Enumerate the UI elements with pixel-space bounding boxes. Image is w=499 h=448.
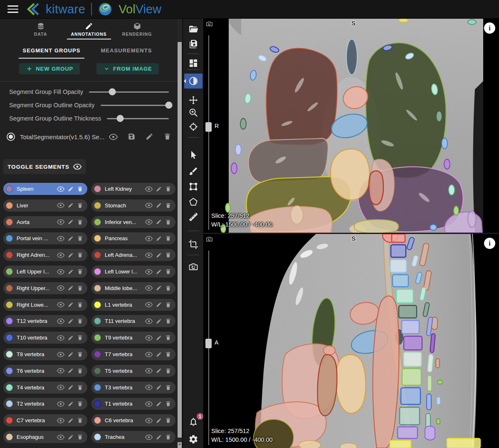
pencil-icon[interactable] — [68, 384, 74, 390]
segment-chip[interactable]: T10 vertebra — [3, 332, 87, 344]
info-icon[interactable]: i — [484, 238, 495, 249]
eye-icon[interactable] — [57, 235, 64, 242]
eye-icon[interactable] — [57, 400, 64, 408]
trash-icon[interactable] — [77, 285, 83, 291]
eye-icon[interactable] — [57, 433, 64, 441]
trash-icon[interactable] — [165, 202, 171, 209]
pan-tool[interactable] — [188, 95, 198, 105]
pencil-icon[interactable] — [156, 219, 162, 225]
trash-icon[interactable] — [165, 318, 171, 324]
segment-chip[interactable]: Left Adrena... — [91, 249, 175, 261]
eye-icon[interactable] — [145, 251, 153, 259]
segment-chip[interactable]: L1 vertebra — [91, 299, 175, 311]
fill-opacity-slider[interactable] — [89, 91, 169, 93]
eye-icon[interactable] — [109, 133, 118, 141]
eye-icon[interactable] — [145, 301, 153, 308]
pencil-icon[interactable] — [156, 401, 162, 407]
segment-chip[interactable]: Left Kidney — [91, 183, 175, 195]
scrollbar-down-arrow[interactable] — [178, 442, 182, 448]
pencil-icon[interactable] — [68, 352, 74, 357]
trash-icon[interactable] — [77, 219, 83, 225]
eye-icon[interactable] — [145, 284, 153, 292]
segment-chip[interactable]: T7 vertebra — [91, 348, 175, 360]
trash-icon[interactable] — [77, 318, 83, 324]
slice-slider-thumb[interactable] — [205, 122, 212, 132]
trash-icon[interactable] — [77, 335, 83, 341]
eye-icon[interactable] — [145, 235, 153, 242]
trash-icon[interactable] — [77, 417, 83, 423]
trash-icon[interactable] — [165, 417, 171, 423]
eye-icon[interactable] — [145, 218, 153, 226]
pencil-icon[interactable] — [68, 318, 74, 324]
tab-annotations[interactable]: ANNOTATIONS — [66, 19, 112, 39]
eye-icon[interactable] — [57, 251, 64, 259]
pencil-icon[interactable] — [156, 236, 162, 241]
tab-segment-groups[interactable]: SEGMENT GROUPS — [16, 44, 87, 58]
trash-icon[interactable] — [165, 401, 171, 407]
segment-chip[interactable]: T9 vertebra — [91, 332, 175, 344]
snapshot-tool[interactable] — [188, 262, 198, 272]
segment-chip[interactable]: Spleen — [3, 183, 87, 195]
reset-camera-icon[interactable] — [206, 20, 213, 27]
pencil-icon[interactable] — [68, 401, 74, 407]
zoom-tool[interactable] — [188, 108, 198, 118]
segment-chip[interactable]: T11 vertebra — [91, 315, 175, 327]
segment-chip[interactable]: Pancreas — [91, 232, 175, 244]
trash-icon[interactable] — [165, 434, 171, 440]
segment-chip[interactable]: T5 vertebra — [91, 365, 175, 377]
trash-icon[interactable] — [165, 235, 171, 241]
outline-thickness-slider[interactable] — [107, 118, 169, 119]
trash-icon[interactable] — [165, 384, 171, 391]
eye-icon[interactable] — [145, 384, 153, 391]
eye-icon[interactable] — [57, 301, 64, 308]
pencil-icon[interactable] — [156, 352, 162, 357]
rectangle-tool[interactable] — [188, 182, 198, 192]
window-level-tool[interactable] — [188, 76, 198, 86]
pencil-icon[interactable] — [68, 219, 74, 225]
trash-icon[interactable] — [77, 186, 83, 192]
trash-icon[interactable] — [77, 434, 83, 440]
eye-icon[interactable] — [145, 334, 153, 342]
eye-icon[interactable] — [145, 367, 153, 374]
pencil-icon[interactable] — [156, 285, 162, 291]
open-files-button[interactable] — [188, 24, 198, 34]
pencil-icon[interactable] — [68, 434, 74, 440]
trash-icon[interactable] — [165, 285, 171, 291]
segment-chip[interactable]: T4 vertebra — [3, 382, 87, 394]
pencil-icon[interactable] — [156, 202, 162, 208]
crop-tool[interactable] — [188, 239, 198, 249]
eye-icon[interactable] — [57, 384, 64, 391]
pencil-icon[interactable] — [68, 368, 74, 374]
segment-chip[interactable]: Right Adren... — [3, 249, 87, 261]
reset-camera-icon[interactable] — [206, 236, 213, 243]
segment-chip[interactable]: T3 vertebra — [91, 382, 175, 394]
new-group-button[interactable]: NEW GROUP — [19, 63, 80, 74]
eye-icon[interactable] — [57, 417, 64, 424]
notifications-button[interactable]: 1 — [188, 417, 198, 427]
segment-chip[interactable]: Aorta — [3, 216, 87, 228]
crosshairs-tool[interactable] — [188, 122, 198, 132]
trash-icon[interactable] — [165, 219, 171, 225]
segment-chip[interactable]: T1 vertebra — [91, 398, 175, 410]
pencil-icon[interactable] — [68, 285, 74, 291]
trash-icon[interactable] — [163, 133, 171, 140]
segment-chip[interactable]: C7 vertebra — [3, 414, 87, 426]
eye-icon[interactable] — [145, 202, 153, 209]
pencil-icon[interactable] — [156, 434, 162, 440]
ruler-tool[interactable] — [188, 212, 198, 222]
tab-measurements[interactable]: MEASUREMENTS — [91, 44, 162, 58]
tab-rendering[interactable]: RENDERING — [114, 19, 160, 39]
trash-icon[interactable] — [165, 368, 171, 374]
trash-icon[interactable] — [77, 268, 83, 275]
pencil-icon[interactable] — [146, 133, 153, 140]
pencil-icon[interactable] — [68, 202, 74, 208]
segment-chip[interactable]: Right Lowe... — [3, 299, 87, 311]
segment-chip[interactable]: T6 vertebra — [3, 365, 87, 377]
trash-icon[interactable] — [77, 368, 83, 374]
trash-icon[interactable] — [77, 235, 83, 241]
eye-icon[interactable] — [145, 268, 153, 276]
pencil-icon[interactable] — [156, 186, 162, 192]
eye-icon[interactable] — [57, 334, 64, 342]
pencil-icon[interactable] — [68, 186, 74, 192]
save-icon[interactable] — [128, 133, 136, 140]
